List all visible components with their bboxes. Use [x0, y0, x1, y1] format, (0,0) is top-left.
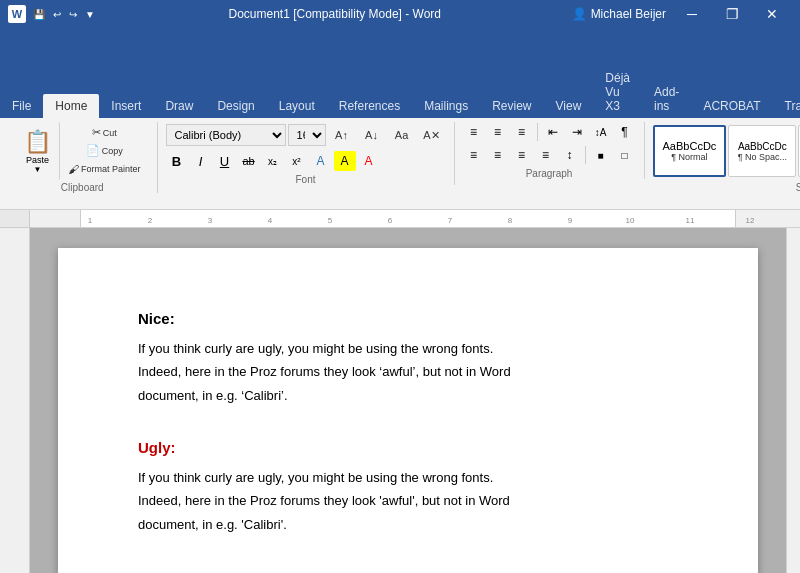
align-left-button[interactable]: ≡	[463, 145, 485, 165]
tab-design[interactable]: Design	[205, 94, 266, 118]
subscript-button[interactable]: x₂	[262, 151, 284, 171]
word-icon: W	[8, 5, 26, 23]
multilevel-button[interactable]: ≡	[511, 122, 533, 142]
bold-button[interactable]: B	[166, 151, 188, 171]
styles-label: Styles	[653, 182, 800, 193]
customize-qat-button[interactable]: ▼	[82, 7, 98, 22]
cut-button[interactable]: ✂Cut	[64, 124, 145, 141]
tab-mailings[interactable]: Mailings	[412, 94, 480, 118]
redo-qat-button[interactable]: ↪	[66, 7, 80, 22]
italic-button[interactable]: I	[190, 151, 212, 171]
tab-references[interactable]: References	[327, 94, 412, 118]
horizontal-ruler: 1 2 3 4 5 6 7 8 9 10 11 12	[30, 210, 786, 227]
close-button[interactable]: ✕	[752, 0, 792, 28]
tab-review[interactable]: Review	[480, 94, 543, 118]
show-marks-button[interactable]: ¶	[614, 122, 636, 142]
text-effects-button[interactable]: A	[310, 151, 332, 171]
tab-layout[interactable]: Layout	[267, 94, 327, 118]
styles-gallery: AaBbCcDc ¶ Normal AaBbCcDc ¶ No Spac... …	[653, 122, 800, 180]
user-icon: 👤	[572, 7, 587, 21]
title-bar: W 💾 ↩ ↪ ▼ Document1 [Compatibility Mode]…	[0, 0, 800, 28]
style-no-spacing-preview: AaBbCcDc	[738, 141, 787, 152]
numbering-button[interactable]: ≡	[487, 122, 509, 142]
window-controls: ─ ❐ ✕	[672, 0, 792, 28]
shading-button[interactable]: ■	[590, 145, 612, 165]
user-area: 👤 Michael Beijer	[572, 7, 666, 21]
copy-button[interactable]: 📄Copy	[64, 142, 145, 159]
sort-button[interactable]: ↕A	[590, 122, 612, 142]
vertical-scrollbar[interactable]	[786, 228, 800, 573]
nice-heading: Nice:	[138, 308, 678, 331]
increase-indent-button[interactable]: ⇥	[566, 122, 588, 142]
ribbon-content: 📋 Paste ▼ ✂Cut 📄Copy 🖌Format Painter	[0, 118, 800, 209]
paragraph-group: ≡ ≡ ≡ ⇤ ⇥ ↕A ¶ ≡ ≡ ≡ ≡ ↕ ■ □ Paragraph	[455, 122, 645, 179]
ribbon-tabs: File Home Insert Draw Design Layout Refe…	[0, 28, 800, 118]
font-group: Calibri (Body) 16 A↑ A↓ Aa A✕ B I U ab x…	[158, 122, 455, 185]
styles-group: AaBbCcDc ¶ Normal AaBbCcDc ¶ No Spac... …	[645, 122, 800, 193]
vertical-ruler	[0, 228, 30, 573]
document-title: Document1 [Compatibility Mode] - Word	[98, 7, 572, 21]
clipboard-small-buttons: ✂Cut 📄Copy 🖌Format Painter	[60, 122, 149, 180]
font-name-select[interactable]: Calibri (Body)	[166, 124, 286, 146]
save-qat-button[interactable]: 💾	[30, 7, 48, 22]
clipboard-label: Clipboard	[16, 182, 149, 193]
tab-view[interactable]: View	[544, 94, 594, 118]
style-normal[interactable]: AaBbCcDc ¶ Normal	[653, 125, 727, 177]
line-spacing-button[interactable]: ↕	[559, 145, 581, 165]
document-area: Nice: If you think curly are ugly, you m…	[0, 228, 800, 573]
strikethrough-button[interactable]: ab	[238, 151, 260, 171]
ugly-para-2: Indeed, here in the Proz forums they loo…	[138, 491, 678, 511]
center-button[interactable]: ≡	[487, 145, 509, 165]
nice-para-3: document, in e.g. ‘Calibri’.	[138, 386, 678, 406]
title-bar-right: 👤 Michael Beijer ─ ❐ ✕	[572, 0, 792, 28]
style-no-spacing[interactable]: AaBbCcDc ¶ No Spac...	[728, 125, 796, 177]
style-normal-preview: AaBbCcDc	[663, 140, 717, 152]
bullets-button[interactable]: ≡	[463, 122, 485, 142]
ruler-corner	[0, 210, 30, 228]
font-size-select[interactable]: 16	[288, 124, 326, 146]
section-spacer	[138, 409, 678, 437]
decrease-indent-button[interactable]: ⇤	[542, 122, 564, 142]
ugly-para-3: document, in e.g. 'Calibri'.	[138, 515, 678, 535]
style-normal-label: ¶ Normal	[671, 152, 707, 162]
nice-para-2: Indeed, here in the Proz forums they loo…	[138, 362, 678, 382]
user-name: Michael Beijer	[591, 7, 666, 21]
minimize-button[interactable]: ─	[672, 0, 712, 28]
ugly-para-1: If you think curly are ugly, you might b…	[138, 468, 678, 488]
undo-qat-button[interactable]: ↩	[50, 7, 64, 22]
justify-button[interactable]: ≡	[535, 145, 557, 165]
shrink-font-button[interactable]: A↓	[358, 122, 386, 148]
restore-button[interactable]: ❐	[712, 0, 752, 28]
style-no-spacing-label: ¶ No Spac...	[738, 152, 787, 162]
tab-acrobat[interactable]: ACROBAT	[691, 94, 772, 118]
tab-transtools[interactable]: TransTools	[773, 94, 801, 118]
tab-insert[interactable]: Insert	[99, 94, 153, 118]
document-content: Nice: If you think curly are ugly, you m…	[30, 228, 786, 573]
superscript-button[interactable]: x²	[286, 151, 308, 171]
paste-button[interactable]: 📋 Paste ▼	[16, 122, 60, 180]
text-highlight-button[interactable]: A	[334, 151, 356, 171]
quick-access-toolbar: 💾 ↩ ↪ ▼	[30, 7, 98, 22]
clear-formatting-button[interactable]: A✕	[418, 122, 446, 148]
tab-draw[interactable]: Draw	[153, 94, 205, 118]
tab-dejavu[interactable]: Déjà Vu X3	[593, 66, 642, 118]
ruler: 1 2 3 4 5 6 7 8 9 10 11 12	[0, 210, 800, 228]
font-color-button[interactable]: A	[358, 151, 380, 171]
tab-file[interactable]: File	[0, 94, 43, 118]
paragraph-label: Paragraph	[463, 168, 636, 179]
document-page: Nice: If you think curly are ugly, you m…	[58, 248, 758, 573]
title-bar-left: W 💾 ↩ ↪ ▼	[8, 5, 98, 23]
tab-addins[interactable]: Add-ins	[642, 80, 691, 118]
tab-home[interactable]: Home	[43, 94, 99, 118]
format-painter-button[interactable]: 🖌Format Painter	[64, 161, 145, 178]
ugly-heading: Ugly:	[138, 437, 678, 460]
align-right-button[interactable]: ≡	[511, 145, 533, 165]
nice-para-1: If you think curly are ugly, you might b…	[138, 339, 678, 359]
ribbon: File Home Insert Draw Design Layout Refe…	[0, 28, 800, 210]
underline-button[interactable]: U	[214, 151, 236, 171]
font-label: Font	[166, 174, 446, 185]
grow-font-button[interactable]: A↑	[328, 122, 356, 148]
borders-button[interactable]: □	[614, 145, 636, 165]
clipboard-group: 📋 Paste ▼ ✂Cut 📄Copy 🖌Format Painter	[8, 122, 158, 193]
change-case-button[interactable]: Aa	[388, 122, 416, 148]
